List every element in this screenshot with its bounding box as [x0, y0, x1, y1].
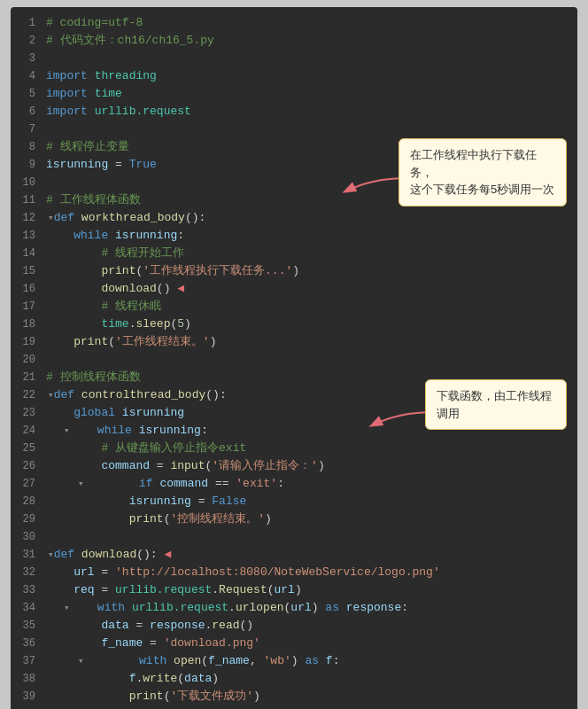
- line-37: 37 ▾ with open(f_name, 'wb') as f:: [11, 652, 577, 670]
- line-17: 17 # 线程休眠: [11, 298, 577, 316]
- line-39: 39 print('下载文件成功'): [11, 688, 577, 705]
- line-4: 4 import threading: [11, 67, 577, 85]
- line-36: 36 f_name = 'download.png': [11, 635, 577, 652]
- callout-1: 在工作线程中执行下载任务，这个下载任务每5秒调用一次: [398, 138, 567, 206]
- line-2: 2 # 代码文件：ch16/ch16_5.py: [11, 32, 577, 50]
- line-31: 31 ▾def download(): ◀: [11, 546, 577, 564]
- line-35: 35 data = response.read(): [11, 617, 577, 635]
- line-5: 5 import time: [11, 85, 577, 103]
- line-20: 20: [11, 351, 577, 369]
- line-1: 1 # coding=utf-8: [11, 14, 577, 32]
- line-16: 16 download() ◀: [11, 280, 577, 298]
- line-32: 32 url = 'http://localhost:8080/NoteWebS…: [11, 564, 577, 581]
- line-26: 26 command = input('请输入停止指令：'): [11, 457, 577, 475]
- line-27: 27 ▾ if command == 'exit':: [11, 475, 577, 493]
- callout1-arrow-svg: [337, 174, 407, 209]
- line-29: 29 print('控制线程结束。'): [11, 510, 577, 528]
- line-14: 14 # 线程开始工作: [11, 245, 577, 262]
- line-25: 25 # 从键盘输入停止指令exit: [11, 440, 577, 457]
- line-13: 13 while isrunning:: [11, 227, 577, 245]
- line-7: 7: [11, 121, 577, 138]
- line-30: 30: [11, 528, 577, 546]
- line-12: 12 ▾def workthread_body():: [11, 209, 577, 227]
- line-34: 34 ▾ with urllib.request.urlopen(url) as…: [11, 599, 577, 617]
- callout-2: 下载函数，由工作线程调用: [425, 379, 567, 430]
- code-lines: 1 # coding=utf-8 2 # 代码文件：ch16/ch16_5.py…: [11, 14, 577, 709]
- line-18: 18 time.sleep(5): [11, 316, 577, 333]
- line-40: 40: [11, 705, 577, 709]
- callout2-arrow-svg: [363, 408, 434, 440]
- line-3: 3: [11, 50, 577, 67]
- code-editor: 1 # coding=utf-8 2 # 代码文件：ch16/ch16_5.py…: [11, 7, 577, 709]
- line-33: 33 req = urllib.request.Request(url): [11, 581, 577, 599]
- line-19: 19 print('工作线程结束。'): [11, 333, 577, 351]
- line-38: 38 f.write(data): [11, 670, 577, 688]
- line-6: 6 import urllib.request: [11, 103, 577, 121]
- line-15: 15 print('工作线程执行下载任务...'): [11, 262, 577, 280]
- line-28: 28 isrunning = False: [11, 493, 577, 510]
